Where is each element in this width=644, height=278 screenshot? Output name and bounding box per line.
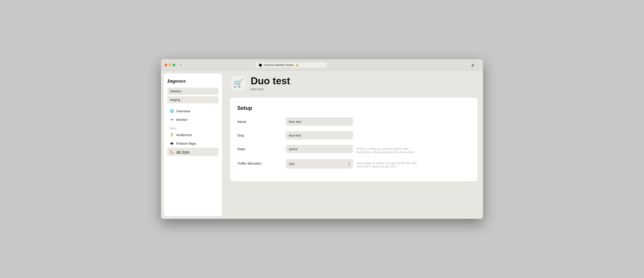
slug-input-wrap <box>286 131 353 140</box>
sidebar-item-overview[interactable]: 🌐 Overview <box>167 107 218 115</box>
sidebar-item-overview-label: Overview <box>176 109 190 113</box>
sidebar-item-ab-tests-label: AB Tests <box>176 150 190 154</box>
monitor-icon: ●● <box>170 117 174 122</box>
stepper-up-icon[interactable]: ▲ <box>348 162 350 164</box>
ab-tests-icon: ✏️ <box>170 150 174 154</box>
main-content: 🛒 Duo test duo-test Setup Name <box>225 71 483 219</box>
traffic-label: Traffic allocation <box>237 159 282 165</box>
lock-icon: 🔒 <box>296 64 299 66</box>
slug-label: Slug <box>237 131 282 137</box>
app-body: Improve Obelism staging 🌐 Overview ●● Mo… <box>161 71 483 219</box>
browser-window: < ⬤ improve.obelism.studio 🔒 🔊 ··· Impro… <box>161 59 483 219</box>
page-subtitle: duo-test <box>251 87 290 91</box>
page-icon: 🛒 <box>230 75 246 92</box>
traffic-input-wrap: 100 ▲ ▼ <box>286 159 353 168</box>
name-input-wrap <box>286 118 353 126</box>
close-button[interactable] <box>164 64 167 66</box>
page-header: 🛒 Duo test duo-test <box>230 75 478 92</box>
form-row-slug: Slug <box>237 131 470 140</box>
more-options-icon[interactable]: ··· <box>477 63 480 67</box>
setup-section-label: Setup <box>167 125 218 131</box>
setup-section-title: Setup <box>237 105 470 111</box>
address-text: improve.obelism.studio <box>264 63 294 66</box>
sidebar-item-feature-flags-label: Feature flags <box>176 142 196 145</box>
form-row-traffic: Traffic allocation 100 ▲ ▼ Percentage of… <box>237 159 470 168</box>
feature-flags-icon: 🏔 <box>170 141 174 146</box>
sidebar-item-monitor[interactable]: ●● Monitor <box>167 116 218 124</box>
state-input-wrap <box>286 145 353 153</box>
name-label: Name <box>237 118 282 124</box>
audiences-icon: 🧍 <box>170 132 174 137</box>
sidebar-item-monitor-label: Monitor <box>176 118 188 122</box>
overview-icon: 🌐 <box>170 109 174 113</box>
sound-icon[interactable]: 🔊 <box>471 63 475 67</box>
back-button[interactable]: < <box>180 63 182 67</box>
form-row-name: Name <box>237 118 470 126</box>
stepper-arrows[interactable]: ▲ ▼ <box>348 162 350 166</box>
traffic-hint: Percentage of visitors that get the AB t… <box>356 159 419 168</box>
browser-controls: 🔊 ··· <box>471 63 480 67</box>
setup-card: Setup Name Slug State <box>230 98 478 181</box>
org-selector[interactable]: Obelism <box>167 88 218 95</box>
state-input[interactable] <box>286 145 353 153</box>
sidebar-item-ab-tests[interactable]: ✏️ AB Tests <box>167 148 218 156</box>
sidebar-item-audiences-label: Audiences <box>176 133 192 137</box>
traffic-stepper[interactable]: 100 ▲ ▼ <box>286 159 353 168</box>
form-row-state: State Draft for setting up, active to ga… <box>237 145 470 154</box>
minimize-button[interactable] <box>168 64 171 66</box>
stepper-down-icon[interactable]: ▼ <box>348 164 350 166</box>
traffic-value: 100 <box>289 162 294 166</box>
sidebar-item-feature-flags[interactable]: 🏔 Feature flags <box>167 139 218 147</box>
browser-chrome: < ⬤ improve.obelism.studio 🔒 🔊 ··· <box>161 59 483 71</box>
address-bar[interactable]: ⬤ improve.obelism.studio 🔒 <box>256 62 327 68</box>
page-title-block: Duo test duo-test <box>251 76 290 91</box>
name-input[interactable] <box>286 118 353 126</box>
sidebar-item-audiences[interactable]: 🧍 Audiences <box>167 131 218 139</box>
site-icon: ⬤ <box>259 63 262 66</box>
traffic-lights <box>164 64 175 66</box>
sidebar: Improve Obelism staging 🌐 Overview ●● Mo… <box>164 74 222 216</box>
slug-input[interactable] <box>286 131 353 140</box>
state-label: State <box>237 145 282 151</box>
page-title: Duo test <box>251 76 290 86</box>
state-hint: Draft for setting up, active to gather d… <box>356 145 419 154</box>
app-logo: Improve <box>167 78 218 84</box>
env-selector[interactable]: staging <box>167 96 218 103</box>
maximize-button[interactable] <box>173 64 175 66</box>
